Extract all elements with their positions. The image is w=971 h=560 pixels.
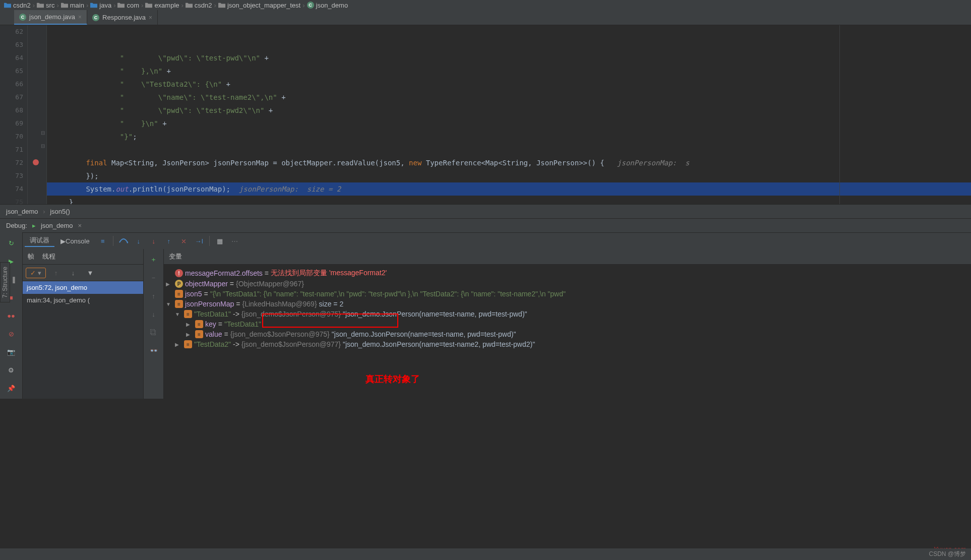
mute-breakpoints-button[interactable]: ⊘ [6, 328, 17, 339]
console-tab[interactable]: ▶ Console [55, 235, 95, 247]
chevron-icon: › [86, 2, 88, 9]
gutter-icons[interactable]: ⊟⊟ [28, 25, 47, 204]
structure-tool-window-tab[interactable]: 7: Structure [0, 262, 10, 302]
close-icon[interactable]: × [149, 14, 152, 21]
editor-tab[interactable]: CResponse.java× [87, 10, 158, 25]
code-line[interactable]: " },\n" + [47, 65, 971, 78]
run-to-cursor-button[interactable]: →I [192, 235, 206, 247]
variable-row[interactable]: ▶P objectMapper = {ObjectMapper@967} [166, 279, 969, 289]
frames-panel: 帧 线程 ✓ ▾ ↑ ↓ ▼ json5:72, json_demomain:3… [23, 249, 144, 399]
close-icon[interactable]: × [78, 222, 82, 229]
code-line[interactable]: " \"pwd\": \"test-pwd\"\n" + [47, 51, 971, 65]
breadcrumb-item[interactable]: json_object_mapper_test [218, 2, 300, 9]
breadcrumb-item[interactable]: main [61, 2, 84, 9]
variables-header-label: 变量 [169, 252, 182, 261]
debug-config-name[interactable]: json_demo [41, 222, 73, 229]
variable-row[interactable]: ! messageFormat2.offsets = 无法找到局部变量 'mes… [166, 268, 969, 279]
expand-toggle-icon[interactable]: ▼ [175, 312, 182, 317]
code-line[interactable]: } [47, 196, 971, 204]
glasses-icon[interactable]: 👓 [148, 345, 159, 356]
copy-icon: ⿻ [148, 327, 159, 338]
variable-name: "TestData1" [194, 310, 231, 318]
breadcrumb-label: csdn2 [13, 2, 31, 9]
variable-row[interactable]: ≡ json5 = "{\n "TestData1": {\n "name": … [166, 289, 969, 299]
rerun-button[interactable]: ↻ [6, 237, 17, 248]
frames-header: 帧 线程 [23, 249, 143, 265]
code-line[interactable]: final Map<String, JsonPerson> jsonPerson… [47, 156, 971, 169]
class-icon: C [307, 2, 314, 9]
breadcrumb-item[interactable]: Cjson_demo [307, 2, 348, 9]
crumb-method[interactable]: json5() [50, 208, 70, 215]
threads-icon[interactable]: ≡ [96, 235, 110, 247]
camera-icon[interactable]: 📷 [6, 346, 17, 357]
code-line[interactable]: " \"name\": \"test-name2\",\n" + [47, 91, 971, 104]
class-icon: C [19, 14, 26, 21]
close-icon[interactable]: × [78, 14, 82, 21]
chevron-icon: › [43, 208, 45, 215]
folder-icon [145, 2, 152, 9]
stack-frame[interactable]: json5:72, json_demo [23, 281, 143, 294]
settings-icon[interactable]: ⚙ [6, 364, 17, 376]
breadcrumb-bar: csdn2›src›main›java›com›example›csdn2›js… [0, 0, 971, 10]
view-breakpoints-button[interactable]: ●● [6, 310, 17, 321]
threads-tab[interactable]: 线程 [42, 252, 55, 261]
code-line[interactable]: " \"TestData2\": {\n" + [47, 78, 971, 91]
expand-toggle-icon[interactable]: ▶ [186, 322, 193, 327]
variable-name: objectMapper [185, 280, 228, 288]
code-editor[interactable]: " \"pwd\": \"test-pwd\"\n" + " },\n" + "… [47, 25, 971, 204]
editor-tab[interactable]: Cjson_demo.java× [14, 10, 87, 25]
expand-toggle-icon[interactable]: ▶ [175, 342, 182, 347]
code-line[interactable]: " }\n" + [47, 117, 971, 130]
breadcrumb-item[interactable]: example [145, 2, 179, 9]
breadcrumb-item[interactable]: java [90, 2, 111, 9]
breadcrumb-label: json_object_mapper_test [227, 2, 300, 9]
step-over-button[interactable] [116, 235, 131, 247]
editor-area[interactable]: 6263646566676869707172737475 ⊟⊟ " \"pwd\… [0, 25, 971, 204]
line-numbers-gutter: 6263646566676869707172737475 [0, 25, 28, 204]
expand-toggle-icon[interactable]: ▼ [166, 301, 173, 307]
variable-name: "TestData2" [194, 340, 231, 348]
variable-name: json5 [185, 290, 202, 298]
thread-selector[interactable]: ✓ ▾ [26, 268, 46, 278]
variable-value: {json_demo$JsonPerson@975} [230, 330, 330, 338]
variable-value: {LinkedHashMap@969} [242, 300, 317, 308]
variable-row[interactable]: ▶≡ "TestData2" -> {json_demo$JsonPerson@… [166, 339, 969, 349]
variable-type-icon: ≡ [195, 320, 203, 328]
debugger-tab[interactable]: 调试器 [25, 235, 54, 247]
variable-type-icon: ≡ [195, 330, 203, 338]
force-step-into-button[interactable]: ↓ [147, 235, 161, 247]
breadcrumb-item[interactable]: csdn2 [186, 2, 212, 9]
next-frame-icon[interactable]: ↓ [66, 267, 80, 279]
drop-frame-button[interactable]: ⤫ [177, 235, 191, 247]
chevron-icon: › [113, 2, 115, 9]
breakpoint-icon[interactable] [33, 159, 39, 165]
prev-frame-icon[interactable]: ↑ [49, 267, 63, 279]
code-line[interactable]: }); [47, 169, 971, 182]
pin-icon[interactable]: 📌 [6, 383, 17, 394]
variable-type-icon: ≡ [175, 300, 183, 308]
remove-watch-icon: － [148, 272, 159, 283]
expand-toggle-icon[interactable]: ▶ [186, 332, 193, 337]
breadcrumb-item[interactable]: csdn2 [4, 2, 31, 9]
crumb-class[interactable]: json_demo [6, 208, 38, 215]
method-breadcrumb[interactable]: json_demo › json5() [0, 204, 971, 218]
step-out-button[interactable]: ↑ [162, 235, 176, 247]
frames-tab[interactable]: 帧 [28, 252, 34, 261]
variable-row[interactable]: ▼≡ jsonPersonMap = {LinkedHashMap@969} s… [166, 299, 969, 309]
breadcrumb-item[interactable]: src [37, 2, 54, 9]
expand-toggle-icon[interactable]: ▶ [166, 281, 173, 287]
code-line[interactable]: " \"pwd\": \"test-pwd2\"\n" + [47, 104, 971, 117]
step-into-button[interactable]: ↓ [132, 235, 146, 247]
chevron-icon: › [302, 2, 305, 9]
filter-icon[interactable]: ▼ [83, 267, 97, 279]
code-line[interactable]: System.out.println(jsonPersonMap); jsonP… [47, 182, 971, 196]
evaluate-expression-button[interactable]: ▦ [213, 235, 227, 247]
add-watch-icon[interactable]: ＋ [148, 254, 159, 265]
code-line[interactable]: "}"; [47, 130, 971, 143]
variable-type-icon: ≡ [184, 340, 192, 348]
code-line[interactable] [47, 143, 971, 156]
stack-frame[interactable]: main:34, json_demo ( [23, 294, 143, 306]
breadcrumb-item[interactable]: com [117, 2, 139, 9]
variable-row[interactable]: ▶≡ value = {json_demo$JsonPerson@975} "j… [166, 329, 969, 339]
chevron-icon: › [56, 2, 58, 9]
